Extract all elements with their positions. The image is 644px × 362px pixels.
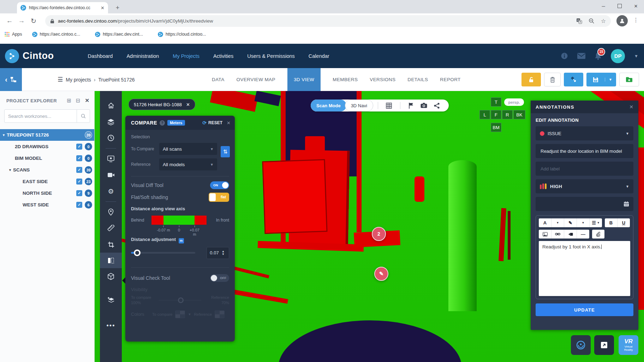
more-ellipsis-icon[interactable]: ••• [100,318,122,334]
bold-button[interactable]: B [605,218,618,227]
layers-icon[interactable] [100,114,122,130]
bookmark-item[interactable]: https://aec.cintoo.c... [32,32,80,37]
caret-down-icon[interactable]: ▾ [3,133,5,137]
user-avatar[interactable]: DP [611,49,625,63]
annotations-close-icon[interactable]: ✕ [629,104,633,110]
breadcrumb-project[interactable]: TruePoint 51726 [99,77,135,83]
forward-button[interactable]: → [16,15,28,27]
browser-menu-icon[interactable]: ⋮ [633,17,639,23]
info-icon[interactable] [561,52,568,60]
annotation-marker-2[interactable]: 2 [372,227,386,241]
reset-button[interactable]: ⟳RESET [202,120,222,126]
visibility-checkbox[interactable]: ✓ [76,190,82,196]
add-folder-button[interactable] [619,73,639,86]
nav-my-projects[interactable]: My Projects [173,53,199,59]
breadcrumb-root[interactable]: My projects [66,77,91,83]
visibility-checkbox[interactable]: ✓ [76,144,82,150]
distance-adjustment-slider[interactable] [131,252,195,254]
notifications-bell-icon[interactable]: 15 [595,52,602,60]
caret-down-icon[interactable]: ▾ [9,168,11,172]
compare-close-icon[interactable]: ✕ [227,120,231,126]
shading-toggle[interactable]: flat [209,193,229,202]
apps-shortcut[interactable]: Apps [5,32,22,37]
share-icon[interactable] [433,103,441,109]
visual-diff-toggle[interactable]: ON [210,181,229,189]
nav-dashboard[interactable]: Dashboard [88,53,113,59]
annotation-priority-select[interactable]: HIGH ▼ [536,179,633,193]
viewcube-right[interactable]: R [502,110,513,119]
address-bar[interactable]: aec-fonteles.dev.cintoo.com/projects/bim… [45,15,611,27]
cube-3d-icon[interactable] [100,268,122,284]
color-brush-button[interactable]: ✎ [564,218,577,227]
brand-name[interactable]: Cintoo [23,50,54,61]
browser-profile-avatar[interactable] [616,15,628,26]
expand-all-icon[interactable]: ⊞ [67,97,71,104]
insert-image-button[interactable] [539,230,551,239]
tab-overview-map[interactable]: OVERVIEW MAP [237,77,275,82]
hamburger-icon[interactable]: ☰ [58,76,63,83]
save-dropdown-chevron-icon[interactable]: ▼ [605,78,616,82]
cintoo-logo[interactable] [5,49,19,63]
workzone-tag[interactable]: 51726 Henkel BG-1088 ✕ [129,99,195,110]
ruler-icon[interactable] [100,220,122,236]
viewcube-left[interactable]: L [479,110,490,119]
video-camera-icon[interactable] [100,167,122,183]
zoom-out-icon[interactable] [589,18,595,24]
to-compare-select[interactable]: All scans▼ [159,143,217,155]
viewcube-back[interactable]: BK [513,110,525,119]
horizontal-rule-button[interactable]: — [577,230,589,239]
nav-administration[interactable]: Administration [126,53,159,59]
mail-icon[interactable] [577,53,585,59]
chevron-down-icon[interactable]: ▼ [634,54,638,59]
unlock-button[interactable] [521,73,541,86]
align-button[interactable]: ☰▼ [590,218,602,227]
visibility-checkbox[interactable]: ✓ [76,179,82,185]
scan-mode-button[interactable]: Scan Mode [311,99,346,111]
step-down-icon[interactable]: ▼ [222,253,225,256]
collapse-all-icon[interactable]: ⊟ [76,97,80,104]
tree-item-2d-drawings[interactable]: 2D DRAWINGS ✓ 0 [0,141,94,152]
nav-activities[interactable]: Activities [213,53,233,59]
annotation-date-field[interactable] [536,197,633,211]
annotation-label-input[interactable] [540,166,629,172]
perspective-toggle[interactable]: persp. [504,98,524,106]
help-icon[interactable]: ? [160,120,165,126]
new-tab-button[interactable]: + [113,3,122,12]
tab-report[interactable]: REPORT [440,77,460,82]
compare-diff-icon[interactable] [100,253,122,268]
screen-settings-icon[interactable] [100,151,122,167]
underline-button[interactable]: U [618,218,630,227]
tree-item-scans[interactable]: ▾ SCANS ✓ 39 [0,164,94,176]
visual-check-toggle[interactable]: OFF [210,274,229,282]
crop-icon[interactable] [100,236,122,253]
window-minimize-button[interactable]: ─ [595,0,612,12]
viewcube-front[interactable]: F [491,110,501,119]
reference-select[interactable]: All models▼ [159,158,217,170]
tree-item-west-side[interactable]: WEST SIDE ✓ 6 [0,199,94,211]
attach-file-button[interactable] [592,230,604,239]
grid-icon[interactable] [385,103,393,109]
workzone-tag-close-icon[interactable]: ✕ [186,102,190,107]
tab-details[interactable]: DETAILS [407,77,428,82]
search-icon[interactable] [77,110,90,122]
annotation-type-select[interactable]: ISSUE ▼ [536,126,633,140]
tree-item-project[interactable]: ▾ TRUEPOINT 51726 39 [0,129,94,141]
3d-navi-button[interactable]: 3D Navi [345,99,373,111]
tree-item-north-side[interactable]: NORTH SIDE ✓ 9 [0,187,94,199]
gyroscope-button[interactable] [571,335,591,355]
flag-icon[interactable] [407,102,416,109]
tab-members[interactable]: MEMBERS [333,77,358,82]
back-button[interactable]: ← [4,15,16,27]
visibility-checkbox[interactable]: ✓ [76,155,82,161]
map-pin-icon[interactable] [100,204,122,220]
annotation-title-input[interactable] [540,148,629,154]
tab-3d-view[interactable]: 3D VIEW [287,68,321,91]
tree-item-bim-model[interactable]: BIM MODEL ✓ 0 [0,152,94,164]
tree-item-east-side[interactable]: EAST SIDE ✓ 23 [0,176,94,187]
tab-data[interactable]: DATA [212,77,225,82]
swap-selection-button[interactable]: ⇅ [221,146,230,157]
bookmark-item[interactable]: https://cloud.cintoo... [158,32,206,37]
history-icon[interactable] [100,130,122,146]
window-maximize-button[interactable] [612,0,628,12]
annotation-description[interactable]: Readjust by 1 foot in X axis. [539,241,630,296]
